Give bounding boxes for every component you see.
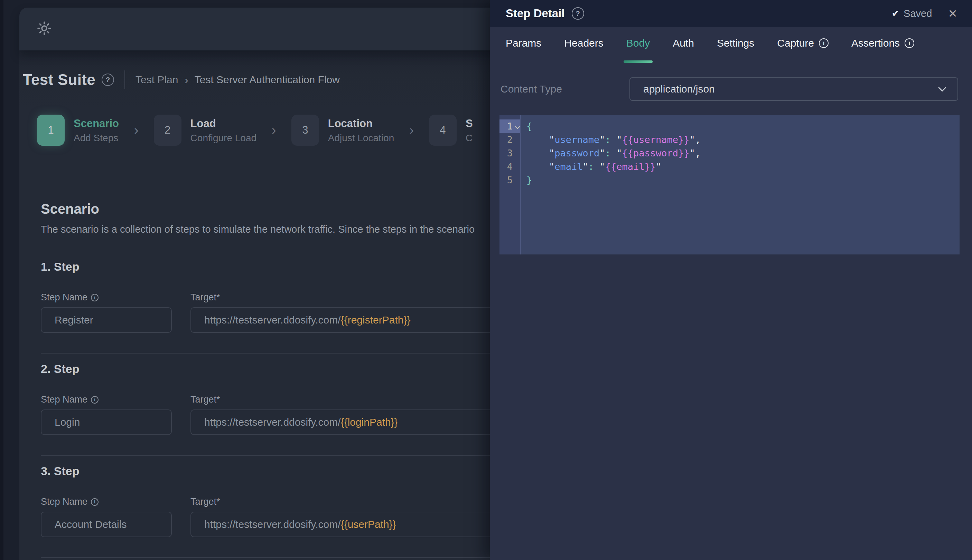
wizard-stepper: 1 Scenario Add Steps › 2 Load Configure …	[37, 115, 473, 146]
code-line: }	[527, 173, 701, 187]
content-type-select[interactable]: application/json	[629, 77, 958, 101]
page-title: Test Suite	[23, 71, 95, 88]
saved-status: Saved	[903, 8, 932, 19]
code-line: "email": "{{email}}"	[527, 160, 701, 173]
gutter-line-3: 3	[500, 147, 520, 160]
gutter-line-4: 4	[500, 160, 520, 173]
breadcrumb-parent[interactable]: Test Plan	[136, 74, 178, 86]
target-url-variable: {{userPath}}	[341, 518, 396, 530]
chevron-down-icon	[938, 83, 946, 92]
target-label: Target*	[191, 497, 220, 507]
target-url-base: https://testserver.ddosify.com/	[204, 518, 341, 530]
step-subtitle: C	[466, 133, 473, 143]
info-icon[interactable]: i	[91, 396, 99, 403]
step-number-badge[interactable]: 2	[154, 115, 181, 146]
content-type-row: Content Type application/json	[500, 77, 958, 101]
info-icon[interactable]: i	[91, 294, 99, 302]
panel-tabs: Params Headers Body Auth Settings Captur…	[506, 37, 914, 63]
tab-body[interactable]: Body	[626, 37, 650, 63]
step-number-badge[interactable]: 1	[37, 115, 65, 146]
tab-auth[interactable]: Auth	[673, 37, 694, 63]
code-line: "username": "{{username}}",	[527, 133, 701, 147]
left-edge-strip	[0, 0, 3, 560]
target-label: Target*	[191, 394, 220, 405]
panel-header: Step Detail ? ✔ Saved ✕	[490, 0, 972, 27]
info-icon[interactable]: i	[91, 498, 99, 506]
breadcrumb-current: Test Server Authentication Flow	[195, 74, 340, 86]
step-title: Scenario	[74, 117, 119, 130]
editor-gutter: 1 2 3 4 5	[500, 115, 521, 255]
step-subtitle: Configure Load	[191, 133, 256, 143]
info-icon: i	[905, 38, 914, 48]
sun-icon	[36, 20, 52, 38]
code-line: {	[527, 120, 701, 133]
app-root: Test Suite ? Test Plan › Test Server Aut…	[0, 0, 972, 560]
stepper-item-scenario[interactable]: 1 Scenario Add Steps	[37, 115, 119, 146]
chevron-down-icon[interactable]	[515, 124, 520, 129]
chevron-right-icon: ›	[134, 123, 139, 137]
target-label: Target*	[191, 292, 220, 303]
target-url-variable: {{registerPath}}	[341, 314, 411, 326]
active-tab-underline	[624, 60, 652, 63]
stepper-item-4[interactable]: 4 S C	[429, 115, 473, 146]
target-url-base: https://testserver.ddosify.com/	[204, 314, 341, 326]
content-type-label: Content Type	[500, 83, 562, 95]
step-subtitle: Adjust Location	[328, 133, 394, 143]
step-subtitle: Add Steps	[74, 133, 119, 143]
close-icon[interactable]: ✕	[948, 8, 957, 19]
tab-params[interactable]: Params	[506, 37, 541, 63]
stepper-item-location[interactable]: 3 Location Adjust Location	[291, 115, 394, 146]
step-name-input[interactable]: Register	[41, 307, 172, 333]
scenario-heading: Scenario	[41, 201, 99, 217]
code-line: "password": "{{password}}",	[527, 147, 701, 160]
question-circle-icon[interactable]: ?	[572, 7, 584, 20]
target-url-base: https://testserver.ddosify.com/	[204, 417, 341, 428]
suite-header: Test Suite ? Test Plan › Test Server Aut…	[23, 68, 340, 91]
step-name-label: Step Name	[41, 497, 87, 507]
tab-settings[interactable]: Settings	[717, 37, 754, 63]
question-circle-icon[interactable]: ?	[102, 73, 114, 86]
tab-capture[interactable]: Capturei	[777, 37, 828, 63]
step-name-label: Step Name	[41, 292, 87, 303]
target-url-variable: {{loginPath}}	[341, 417, 398, 428]
stepper-item-load[interactable]: 2 Load Configure Load	[154, 115, 256, 146]
content-type-value: application/json	[643, 83, 715, 95]
tab-assertions[interactable]: Assertionsi	[852, 37, 914, 63]
chevron-right-icon: ›	[272, 123, 276, 137]
theme-toggle-button[interactable]	[36, 21, 52, 37]
breadcrumb-separator-icon: ›	[184, 75, 188, 85]
step-title: S	[466, 117, 473, 130]
step-number-badge[interactable]: 3	[291, 115, 319, 146]
header-divider	[124, 70, 125, 89]
body-code-editor[interactable]: 1 2 3 4 5 { "username": "{{username}}", …	[500, 115, 960, 255]
info-icon: i	[819, 38, 828, 48]
step-name-label: Step Name	[41, 394, 87, 405]
step-number-badge[interactable]: 4	[429, 115, 457, 146]
gutter-line-5: 5	[500, 173, 520, 187]
step-name-input[interactable]: Login	[41, 410, 172, 435]
panel-title: Step Detail	[506, 7, 565, 20]
step-detail-panel: Step Detail ? ✔ Saved ✕ Params Headers B…	[490, 0, 972, 560]
step-title: Location	[328, 117, 394, 130]
gutter-line-1: 1	[500, 120, 520, 133]
step-name-input[interactable]: Account Details	[41, 512, 172, 537]
gutter-line-2: 2	[500, 133, 520, 147]
step-title: Load	[191, 117, 256, 130]
tab-headers[interactable]: Headers	[564, 37, 603, 63]
check-icon: ✔	[892, 8, 899, 19]
chevron-right-icon: ›	[409, 123, 414, 137]
editor-code-area[interactable]: { "username": "{{username}}", "password"…	[521, 115, 701, 255]
